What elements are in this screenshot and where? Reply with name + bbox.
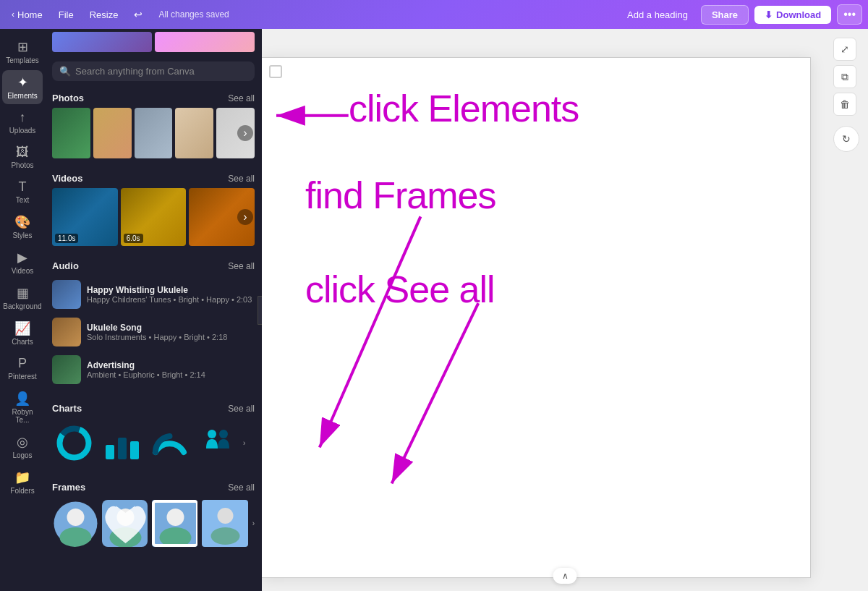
- delete-tool-button[interactable]: 🗑: [833, 93, 856, 116]
- saved-status: All changes saved: [158, 9, 229, 20]
- video-item[interactable]: ›: [189, 188, 255, 246]
- copy-tool-button[interactable]: ⧉: [833, 65, 856, 88]
- videos-next-arrow[interactable]: ›: [237, 209, 253, 225]
- frames-next-arrow[interactable]: ›: [252, 519, 255, 527]
- sidebar-item-elements[interactable]: ✦ Elements: [2, 70, 43, 104]
- frames-grid: ›: [52, 497, 255, 550]
- charts-nav-icon: 📈: [14, 320, 30, 336]
- search-bar: 🔍: [45, 54, 262, 87]
- photo-item[interactable]: [93, 108, 132, 158]
- sidebar-item-charts[interactable]: 📈 Charts: [2, 316, 43, 350]
- svg-point-19: [218, 508, 234, 524]
- frame-circle-item[interactable]: [52, 500, 98, 547]
- photo-item[interactable]: [135, 108, 173, 158]
- sidebar-item-robyn[interactable]: 👤 Robyn Te...: [2, 386, 43, 428]
- audio-item[interactable]: Advertising Ambient • Euphoric • Bright …: [52, 351, 255, 388]
- sidebar-item-videos[interactable]: ▶ Videos: [2, 245, 43, 279]
- svg-rect-3: [118, 438, 127, 459]
- add-heading-button[interactable]: Add a heading: [620, 7, 695, 23]
- frame-rect-svg: [152, 500, 197, 547]
- share-button[interactable]: Share: [701, 5, 749, 25]
- sidebar-item-pinterest[interactable]: P Pinterest: [2, 352, 43, 385]
- audio-see-all-button[interactable]: See all: [228, 261, 255, 271]
- templates-icon: ⊞: [17, 39, 28, 55]
- sidebar-item-label: Pinterest: [8, 373, 36, 380]
- sidebar-item-label: Styles: [12, 231, 32, 239]
- audio-item[interactable]: Happy Whistling Ukulele Happy Childrens'…: [52, 276, 255, 313]
- file-button[interactable]: File: [53, 7, 80, 23]
- donut-chart-item[interactable]: [52, 421, 95, 464]
- resize-button[interactable]: Resize: [84, 7, 124, 23]
- photos-section: Photos See all ›: [45, 87, 262, 167]
- frame-rect-item[interactable]: [152, 500, 197, 547]
- strip-item: [52, 32, 152, 52]
- svg-rect-4: [130, 441, 139, 459]
- sidebar-item-label: Robyn Te...: [5, 408, 40, 424]
- charts-see-all-button[interactable]: See all: [228, 404, 255, 414]
- photos-next-arrow[interactable]: ›: [237, 125, 253, 141]
- svg-point-15: [167, 509, 184, 526]
- frames-see-all-button[interactable]: See all: [228, 482, 255, 493]
- sidebar-item-folders[interactable]: 📁 Folders: [2, 465, 43, 499]
- audio-info: Advertising Ambient • Euphoric • Bright …: [87, 360, 255, 379]
- sidebar-item-templates[interactable]: ⊞ Templates: [2, 35, 43, 69]
- annotation-click-elements: click Elements: [349, 87, 579, 130]
- frame-heart-item[interactable]: [102, 500, 148, 547]
- hide-panel-button[interactable]: ‹: [258, 296, 262, 325]
- search-input[interactable]: [75, 66, 247, 77]
- charts-next-arrow[interactable]: ›: [243, 439, 245, 447]
- sidebar-icons: ⊞ Templates ✦ Elements ↑ Uploads 🖼 Photo…: [0, 29, 45, 591]
- more-options-button[interactable]: •••: [837, 4, 862, 25]
- robyn-icon: 👤: [14, 391, 30, 407]
- videos-section-title: Videos: [52, 173, 82, 184]
- audio-item[interactable]: Ukulele Song Solo Instruments • Happy • …: [52, 313, 255, 351]
- search-input-wrap[interactable]: 🔍: [52, 61, 255, 81]
- svg-point-6: [219, 430, 228, 438]
- arc-chart-item[interactable]: [148, 421, 191, 464]
- sidebar-item-background[interactable]: ▦ Background: [2, 281, 43, 315]
- home-button[interactable]: ‹ Home: [6, 7, 48, 23]
- page-nav[interactable]: ∧: [553, 568, 577, 584]
- annotation-find-frames: find Frames: [305, 174, 496, 217]
- canvas-checkbox[interactable]: [269, 65, 282, 78]
- frame-extra-item[interactable]: [202, 500, 247, 547]
- undo-button[interactable]: ↩: [128, 6, 148, 23]
- videos-section: Videos See all 11.0s 6.0s ›: [45, 167, 262, 255]
- audio-section-header: Audio See all: [52, 255, 255, 276]
- download-button[interactable]: ⬇ Download: [754, 6, 831, 24]
- svg-point-5: [208, 430, 216, 438]
- search-icon: 🔍: [59, 66, 71, 77]
- audio-thumbnail: [52, 355, 81, 384]
- download-icon: ⬇: [765, 9, 773, 20]
- page-nav-icon: ∧: [562, 571, 569, 581]
- uploads-icon: ↑: [20, 110, 26, 125]
- photo-item[interactable]: [52, 108, 90, 158]
- expand-tool-button[interactable]: ⤢: [833, 38, 856, 61]
- topbar: ‹ Home File Resize ↩ All changes saved A…: [0, 0, 868, 29]
- sidebar-item-uploads[interactable]: ↑ Uploads: [2, 106, 43, 139]
- annotation-click-see-all: click See all: [305, 268, 495, 311]
- photo-item[interactable]: [175, 108, 213, 158]
- svg-point-9: [67, 509, 85, 526]
- sidebar-item-styles[interactable]: 🎨 Styles: [2, 210, 43, 244]
- frames-section: Frames See all: [45, 476, 262, 558]
- sidebar-item-text[interactable]: T Text: [2, 175, 43, 208]
- video-item[interactable]: 6.0s: [121, 188, 187, 246]
- refresh-button[interactable]: ↻: [833, 126, 859, 152]
- bar-chart-item[interactable]: [100, 421, 143, 464]
- people-chart-item[interactable]: [195, 421, 239, 464]
- charts-section-title: Charts: [52, 403, 82, 414]
- sidebar-item-logos[interactable]: ◎ Logos: [2, 430, 43, 464]
- video-item[interactable]: 11.0s: [52, 188, 118, 246]
- photo-item[interactable]: ›: [216, 108, 255, 158]
- charts-section-header: Charts See all: [52, 397, 255, 418]
- background-icon: ▦: [17, 285, 29, 301]
- videos-see-all-button[interactable]: See all: [228, 174, 255, 184]
- people-chart-svg: [197, 423, 237, 463]
- svg-rect-2: [106, 445, 114, 459]
- sidebar-item-photos[interactable]: 🖼 Photos: [2, 140, 43, 174]
- arrows-overlay: [262, 58, 810, 577]
- svg-point-8: [60, 527, 92, 547]
- photos-see-all-button[interactable]: See all: [228, 93, 255, 103]
- styles-icon: 🎨: [14, 214, 30, 230]
